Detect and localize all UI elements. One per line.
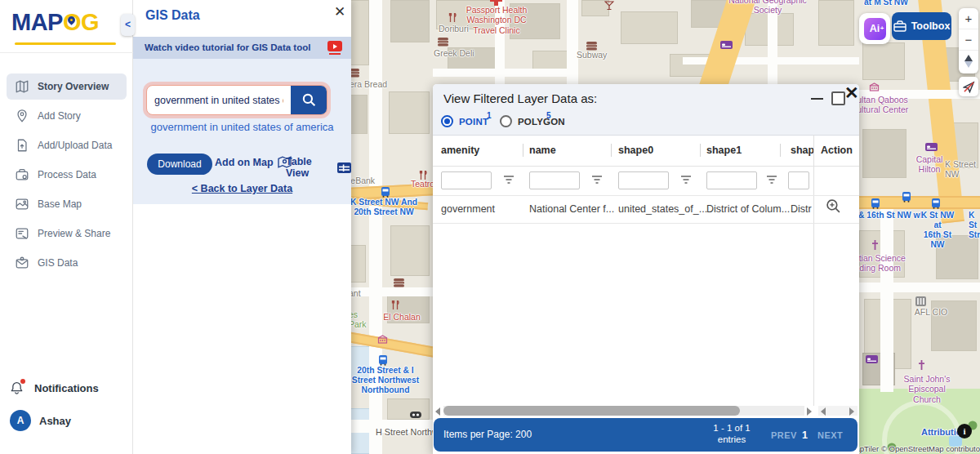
- video-tutorial-banner[interactable]: Watch video tutorial for GIS Data tool: [133, 37, 351, 59]
- add-story-icon: [15, 109, 29, 123]
- ai-tool-button[interactable]: Ai: [859, 13, 890, 44]
- sidebar-item-gis-data[interactable]: GIS Data: [7, 250, 127, 276]
- filter-icon[interactable]: [591, 175, 603, 185]
- map-building: [818, 0, 854, 46]
- filter-icon[interactable]: [503, 175, 514, 185]
- column-divider: [780, 144, 781, 157]
- search-icon: [301, 92, 317, 108]
- location-pin-icon: [67, 15, 78, 25]
- modal-title: View Filtered Layer Data as:: [443, 91, 597, 105]
- map-icon-burger: [394, 278, 404, 287]
- column-header-action: Action: [821, 145, 853, 156]
- table-view-button[interactable]: Table View: [286, 156, 351, 179]
- filter-input-shape2[interactable]: [788, 171, 809, 189]
- column-header-amenity[interactable]: amenity: [441, 145, 479, 156]
- next-page-button[interactable]: NEXT: [817, 430, 843, 440]
- filter-icon[interactable]: [766, 175, 777, 185]
- sidebar-item-preview-share[interactable]: Preview & Share: [7, 220, 127, 247]
- scroll-left-arrow[interactable]: [435, 407, 440, 416]
- geolocate-button[interactable]: [959, 77, 978, 96]
- map-icon-bus: [902, 192, 911, 203]
- user-menu[interactable]: A Ashay: [10, 410, 71, 431]
- back-to-layer-data-link[interactable]: < Back to Layer Data: [133, 183, 351, 194]
- notification-dot: [20, 379, 25, 384]
- column-header-shape1[interactable]: shape1: [706, 145, 742, 156]
- panel-collapse-button[interactable]: <: [121, 14, 135, 36]
- app-window: Attribution i © MapTiler © OpenStreetMap…: [0, 0, 980, 454]
- sidebar-item-add-upload-data[interactable]: Add/Upload Data: [7, 132, 127, 158]
- sidebar-item-process-data[interactable]: Process Data: [7, 162, 127, 188]
- close-icon[interactable]: ✕: [844, 82, 859, 103]
- filter-input-name[interactable]: [529, 171, 580, 189]
- map-road: [433, 69, 577, 77]
- filter-icon[interactable]: [680, 175, 692, 185]
- search-input[interactable]: [147, 86, 291, 114]
- map-icon-burger: [438, 38, 448, 47]
- avatar: A: [10, 410, 31, 431]
- minimize-icon[interactable]: [811, 98, 823, 100]
- map-icon-camera: [410, 412, 421, 418]
- process-data-icon: [15, 167, 29, 182]
- map-icon-bus: [931, 198, 941, 209]
- map-building: [390, 225, 430, 276]
- zoom-in-button[interactable]: +: [959, 8, 978, 29]
- panel-close-icon[interactable]: ✕: [334, 3, 345, 20]
- cell-shape2: Distr: [791, 203, 812, 215]
- map-icon-fork: [448, 13, 457, 23]
- polygon-count: 5: [546, 111, 551, 120]
- filter-input-shape1[interactable]: [706, 171, 757, 189]
- map-label: K St NW at 16th St NW: [916, 211, 959, 251]
- sidebar-item-add-story[interactable]: Add Story: [7, 103, 127, 129]
- compass-button[interactable]: [959, 51, 978, 72]
- polygon-radio[interactable]: [500, 115, 512, 127]
- filter-input-shape0[interactable]: [618, 171, 669, 189]
- compass-south-needle: [964, 61, 973, 68]
- current-page-number[interactable]: 1: [802, 430, 808, 441]
- column-header-shape2[interactable]: shap: [791, 145, 814, 156]
- map-label: Saint John's Episcopal Church: [901, 374, 954, 404]
- sidebar-item-base-map[interactable]: Base Map: [7, 191, 127, 217]
- map-icon-bus: [871, 198, 880, 209]
- geolocate-disabled-icon: [963, 81, 975, 93]
- map-label: Subway: [577, 50, 607, 60]
- logo-o-with-pin: O: [63, 10, 81, 36]
- notifications-button[interactable]: Notifications: [10, 381, 99, 395]
- column-divider: [523, 144, 523, 157]
- point-radio[interactable]: [441, 115, 453, 127]
- add-on-map-button[interactable]: Add on Map: [215, 156, 292, 168]
- action-scroll-right-arrow[interactable]: [849, 407, 854, 416]
- sidebar-item-label: Story Overview: [38, 81, 109, 92]
- zoom-out-button[interactable]: −: [959, 29, 978, 51]
- map-label: Greek Deli: [434, 48, 474, 58]
- map-icon-bldicon: [915, 296, 926, 306]
- toolbox-button[interactable]: Toolbox: [892, 12, 951, 40]
- briefcase-icon: [893, 20, 906, 32]
- scroll-right-arrow[interactable]: [807, 407, 812, 416]
- filter-input-amenity[interactable]: [441, 171, 492, 189]
- logo-g-text: G: [81, 9, 99, 35]
- search-suggestion-link[interactable]: government in united states of america: [133, 121, 351, 133]
- logo-map-text: MAP: [11, 9, 63, 35]
- prev-page-button[interactable]: PREV: [771, 430, 797, 440]
- horizontal-scrollbar-thumb[interactable]: [443, 406, 740, 416]
- map-building: [862, 129, 906, 178]
- sidebar-item-story-overview[interactable]: Story Overview: [7, 73, 127, 100]
- attribution-info-button[interactable]: i: [957, 424, 972, 438]
- table-row[interactable]: government National Center f... united_s…: [433, 195, 859, 224]
- youtube-icon[interactable]: [327, 41, 342, 51]
- point-radio-label[interactable]: POINT: [459, 117, 488, 127]
- polygon-radio-label[interactable]: POLYGON: [518, 117, 565, 127]
- map-building: [387, 398, 430, 420]
- column-header-shape0[interactable]: shape0: [618, 145, 653, 156]
- column-header-name[interactable]: name: [529, 145, 556, 156]
- maximize-icon[interactable]: [831, 91, 845, 105]
- zoom-to-feature-icon[interactable]: [826, 198, 841, 214]
- compass-north-needle: [964, 55, 973, 61]
- download-button[interactable]: Download: [147, 154, 212, 175]
- action-scroll-left-arrow[interactable]: [821, 407, 826, 416]
- map-icon-fork: [390, 300, 400, 310]
- notifications-label: Notifications: [34, 382, 99, 394]
- column-divider: [611, 144, 612, 157]
- search-button[interactable]: [291, 86, 327, 114]
- table-view-label: Table View: [286, 156, 333, 179]
